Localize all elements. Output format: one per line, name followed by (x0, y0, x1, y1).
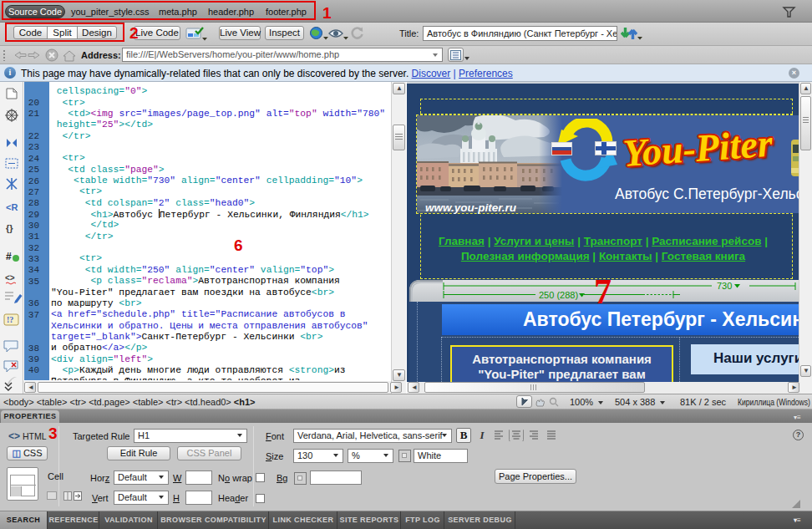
svg-text:250 (288): 250 (288) (539, 290, 578, 300)
svg-text:730: 730 (717, 281, 732, 291)
